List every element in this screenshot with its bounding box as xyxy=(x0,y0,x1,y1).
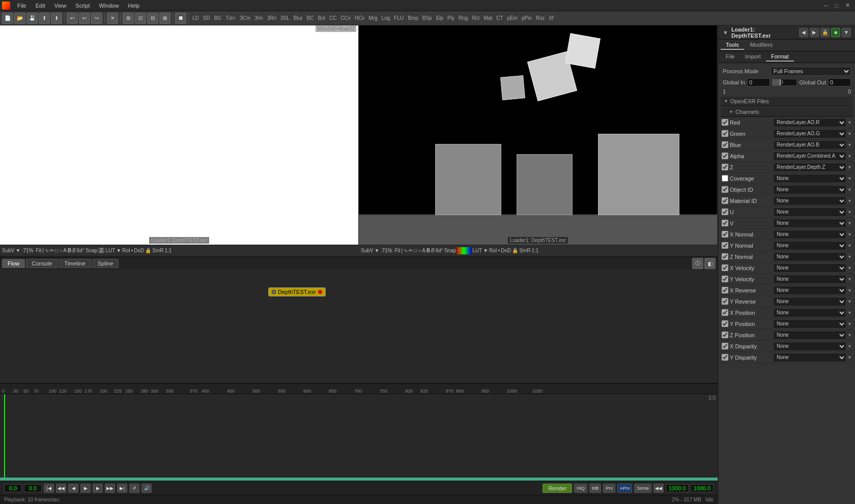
process-mode-select[interactable]: Full Frames Half Frames Fields xyxy=(771,67,851,76)
ch-green-select[interactable]: RenderLayer.AO.G xyxy=(773,129,846,138)
lut-right[interactable]: LUT xyxy=(472,248,482,253)
ch-xvelocity-select[interactable]: None xyxy=(773,263,846,273)
tb-pencil-right[interactable]: ✏ xyxy=(409,248,413,253)
ch-ynormal-select[interactable]: None xyxy=(773,241,846,250)
tb-sd[interactable]: SD xyxy=(202,15,212,21)
ch-xnormal-expand[interactable]: ▼ xyxy=(847,232,852,237)
tb-roi-left[interactable]: □ xyxy=(55,248,58,253)
subtab-file[interactable]: File xyxy=(721,52,740,62)
tb-circle-left[interactable]: ○ xyxy=(59,248,62,253)
ch-v-expand[interactable]: ▼ xyxy=(847,221,852,226)
tab-flow[interactable]: Flow xyxy=(2,259,25,268)
menu-file[interactable]: File xyxy=(13,2,31,10)
ch-z-select[interactable]: RenderLayer.Depth.Z xyxy=(773,163,846,172)
tb-preview-double[interactable]: ⊟ xyxy=(147,13,158,24)
tb-3sl[interactable]: 3SL xyxy=(279,15,291,21)
loop-btn[interactable]: ↺ xyxy=(129,484,139,493)
ch-blue-expand[interactable]: ▼ xyxy=(847,142,852,147)
menu-view[interactable]: View xyxy=(50,2,71,10)
chevron-down-icon-left[interactable]: ▼ xyxy=(15,248,20,253)
viewer-right[interactable]: 960x540+float xyxy=(359,25,718,256)
tb-export[interactable]: ⬇ xyxy=(51,13,62,24)
ch-ydisparity-check[interactable] xyxy=(722,354,728,361)
fit-right[interactable]: Fit xyxy=(394,248,400,253)
timeline-playhead[interactable] xyxy=(4,394,5,481)
ch-yposition-select[interactable]: None xyxy=(773,319,846,329)
roi-left[interactable]: RoI xyxy=(122,248,130,253)
loader-icon-v[interactable]: ▼ xyxy=(842,28,851,37)
ch-znormal-expand[interactable]: ▼ xyxy=(847,254,852,259)
tab-console[interactable]: Console xyxy=(26,259,58,268)
tb-roi-right[interactable]: □ xyxy=(414,248,417,253)
ch-xdisparity-check[interactable] xyxy=(722,343,728,349)
loader-icon-lock[interactable]: 🔒 xyxy=(820,28,830,37)
mb-btn[interactable]: MB xyxy=(589,484,602,493)
tb-lut[interactable]: 🔲 xyxy=(175,13,186,24)
ch-red-expand[interactable]: ▼ xyxy=(847,120,852,125)
tb-3im[interactable]: 3Im xyxy=(253,15,265,21)
ch-alpha-select[interactable]: RenderLayer.Combined.A xyxy=(773,152,846,161)
ch-yreverse-check[interactable] xyxy=(722,298,728,305)
tab-timeline[interactable]: Timeline xyxy=(59,259,91,268)
ch-blue-check[interactable] xyxy=(722,141,728,148)
ch-ynormal-expand[interactable]: ▼ xyxy=(847,243,852,248)
tb-ppin[interactable]: pPin xyxy=(520,15,533,21)
tb-bol[interactable]: Bol xyxy=(317,15,327,21)
zoom-left[interactable]: 71% xyxy=(21,248,35,253)
ch-red-check[interactable] xyxy=(722,119,728,126)
node-depthtestexr[interactable]: DepthTEST.exr xyxy=(268,287,326,297)
tb-pencil-left[interactable]: ✏ xyxy=(50,248,54,253)
tb-bc[interactable]: BC xyxy=(305,15,316,21)
ch-green-check[interactable] xyxy=(722,130,728,137)
tb-ct[interactable]: CT xyxy=(495,15,504,21)
end-frame-field[interactable] xyxy=(666,484,689,492)
ch-alpha-check[interactable] xyxy=(722,153,728,159)
subv-right[interactable]: SubV xyxy=(361,248,373,253)
ch-blue-select[interactable]: RenderLayer.AO.B xyxy=(773,140,846,150)
tb-pem[interactable]: pEm xyxy=(505,15,519,21)
prx-btn[interactable]: Prx xyxy=(603,484,615,493)
dod-left[interactable]: DoD xyxy=(134,248,144,253)
tb-mrg[interactable]: Mrg xyxy=(367,15,379,21)
z-left[interactable]: Z xyxy=(98,248,104,253)
ch-coverage-select[interactable]: None xyxy=(773,174,846,183)
tb-wave-right[interactable]: ∿ xyxy=(404,248,408,253)
prev-1-btn[interactable]: ◀ xyxy=(68,484,78,493)
dod-right[interactable]: DoD xyxy=(501,248,511,253)
window-close[interactable]: ✕ xyxy=(842,2,853,9)
ch-xreverse-expand[interactable]: ▼ xyxy=(847,288,852,293)
tb-mat[interactable]: Mat xyxy=(482,15,494,21)
lock-right[interactable]: 🔒 xyxy=(512,248,518,253)
tb-log[interactable]: Log xyxy=(380,15,392,21)
tb-select[interactable]: ✕ xyxy=(107,13,118,24)
ch-coverage-expand[interactable]: ▼ xyxy=(847,176,852,181)
smr-right[interactable]: SmR xyxy=(519,248,530,253)
tb-6d-right[interactable]: 6d° xyxy=(436,248,443,253)
tb-3rn[interactable]: 3Rn xyxy=(266,15,278,21)
node-editor-toggle-btn[interactable]: ◧ xyxy=(704,258,716,269)
tb-rsz[interactable]: Rsz xyxy=(534,15,546,21)
ch-xvelocity-check[interactable] xyxy=(722,264,728,271)
ch-yposition-expand[interactable]: ▼ xyxy=(847,321,852,327)
roi-right[interactable]: RoI xyxy=(489,248,497,253)
tb-bg[interactable]: BG xyxy=(213,15,223,21)
lock-left[interactable]: 🔒 xyxy=(145,248,151,253)
tb-bold-right[interactable]: B xyxy=(426,248,430,253)
ch-coverage-check[interactable] xyxy=(722,175,728,182)
chevron-down-icon-right[interactable]: ▼ xyxy=(374,248,379,253)
loader-icon-green[interactable]: ■ xyxy=(831,28,840,37)
lut-left[interactable]: LUT xyxy=(105,248,115,253)
play-btn[interactable]: ▶ xyxy=(80,484,91,493)
tb-import[interactable]: ⬆ xyxy=(39,13,50,24)
next-1-btn[interactable]: ▶ xyxy=(93,484,103,493)
ch-yreverse-select[interactable]: None xyxy=(773,297,846,306)
ch-znormal-select[interactable]: None xyxy=(773,252,846,261)
ch-xposition-expand[interactable]: ▼ xyxy=(847,310,852,315)
ch-zposition-check[interactable] xyxy=(722,332,728,338)
audio-btn[interactable]: 🔊 xyxy=(141,484,152,493)
subtab-import[interactable]: Import xyxy=(740,52,766,62)
tb-ccv[interactable]: CCv xyxy=(339,15,352,21)
ch-yvelocity-select[interactable]: None xyxy=(773,275,846,284)
ch-z-check[interactable] xyxy=(722,164,728,170)
tb-bsp[interactable]: BSp xyxy=(421,15,434,21)
